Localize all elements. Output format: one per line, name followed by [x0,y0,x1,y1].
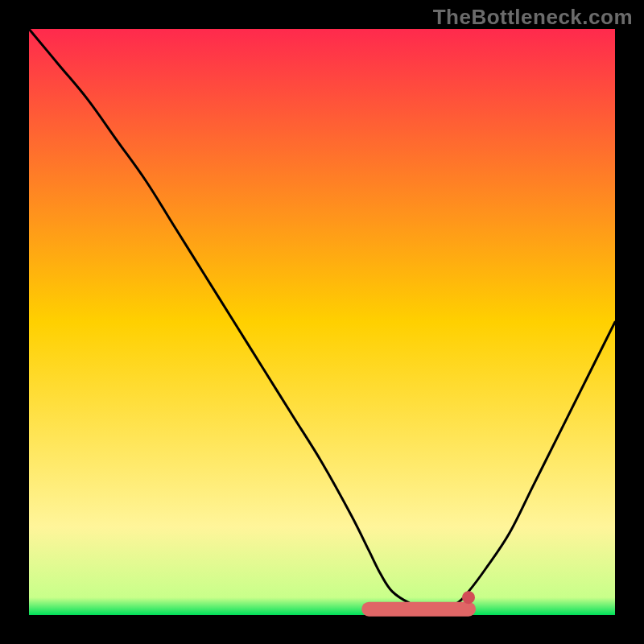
bottleneck-chart [0,0,644,644]
source-watermark: TheBottleneck.com [433,5,633,30]
optimal-point-marker [462,591,475,604]
plot-area [29,29,615,615]
chart-container: TheBottleneck.com [0,0,644,644]
